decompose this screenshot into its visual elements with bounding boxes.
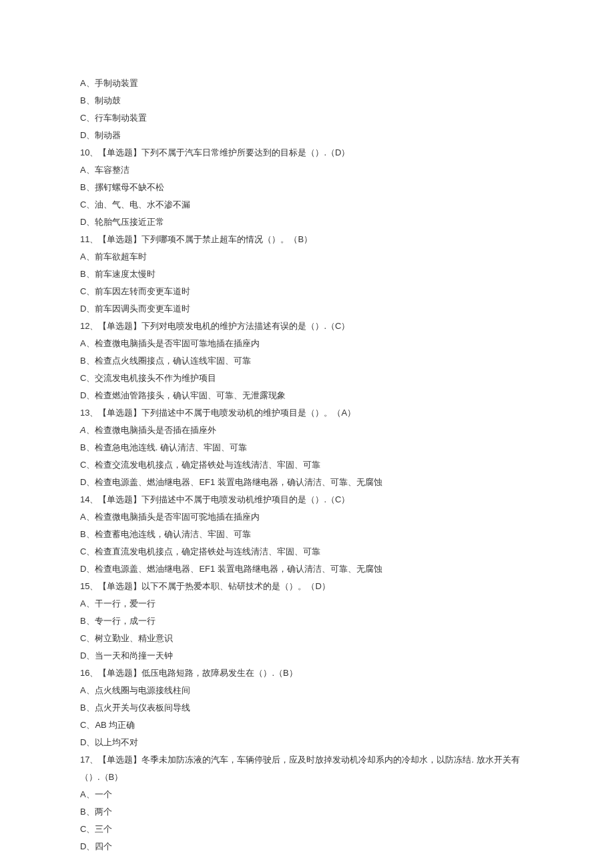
- document-line: C、检查直流发电机接点，确定搭铁处与连线清洁、牢固、可靠: [80, 543, 534, 560]
- document-line: D、以上均不对: [80, 734, 534, 751]
- document-line: A、车容整洁: [80, 161, 534, 179]
- document-line: A、一个: [80, 786, 534, 803]
- document-line: D、四个: [80, 838, 534, 855]
- document-line: C、三个: [80, 821, 534, 838]
- document-line: A、检查微电脑插头是否牢固可靠地插在插座内: [80, 335, 534, 352]
- line-text: 检查微电脑插头是否插在插座外: [95, 425, 216, 435]
- document-line: 12、【单选题】下列对电喷发电机的维护方法描述有误的是（）.（C）: [80, 318, 534, 335]
- document-line: D、检查燃油管路接头，确认牢固、可靠、无泄露现象: [80, 387, 534, 404]
- document-line: C、树立勤业、精业意识: [80, 630, 534, 647]
- document-line: B、两个: [80, 803, 534, 821]
- document-line: 13、【单选题】下列描述中不属于电喷发动机的维护项目是（）。（A）: [80, 404, 534, 422]
- document-line: D、检查电源盖、燃油继电器、EF1 装置电路继电器，确认清洁、可靠、无腐蚀: [80, 560, 534, 578]
- document-line: C、交流发电机接头不作为维护项目: [80, 370, 534, 387]
- document-line: D、前车因调头而变更车道时: [80, 300, 534, 318]
- document-line: 16、【单选题】低压电路短路，故障易发生在（）.（B）: [80, 665, 534, 682]
- document-line: A、检查微电脑插头是否牢固可驼地插在插座内: [80, 508, 534, 526]
- document-line: A、检查微电脑插头是否插在插座外: [80, 422, 534, 439]
- document-line: D、当一天和尚撞一天钟: [80, 647, 534, 665]
- document-line: A、点火线圈与电源接线柱间: [80, 682, 534, 699]
- document-line: B、点火开关与仪表板间导线: [80, 699, 534, 717]
- document-line: 11、【单选题】下列哪项不属于禁止超车的情况（）。（B）: [80, 231, 534, 248]
- document-line: C、行车制动装置: [80, 109, 534, 127]
- document-line: B、专一行，成一行: [80, 612, 534, 630]
- italic-prefix: A、: [80, 425, 95, 435]
- document-line: 10、【单选题】下列不属于汽车日常维护所要达到的目标是（）.（D）: [80, 144, 534, 161]
- document-line: B、前车速度太慢时: [80, 266, 534, 283]
- document-line: B、检查点火线圈接点，确认连线牢固、可靠: [80, 352, 534, 370]
- document-line: C、AB 均正确: [80, 717, 534, 734]
- document-line: C、前车因左转而变更车道时: [80, 283, 534, 300]
- document-line: B、检查蓄电池连线，确认清洁、牢固、可靠: [80, 526, 534, 543]
- document-line: D、制动器: [80, 127, 534, 144]
- document-line: A、干一行，爱一行: [80, 595, 534, 612]
- document-line: C、油、气、电、水不渗不漏: [80, 196, 534, 213]
- document-line: 15、【单选题】以下不属于热爱本职、钻研技术的是（）。（D）: [80, 578, 534, 595]
- document-line: A、前车欲超车时: [80, 248, 534, 266]
- document-line: D、检查电源盖、燃油继电器、EF1 装置电路继电器，确认清洁、可靠、无腐蚀: [80, 474, 534, 491]
- document-line: B、摞钉螺母不缺不松: [80, 179, 534, 196]
- document-line: C、检查交流发电机接点，确定搭铁处与连线清洁、牢固、可靠: [80, 456, 534, 474]
- document-line: A、手制动装置: [80, 75, 534, 92]
- document-line: 14、【单选题】下列描述中不属于电喷发动机维护项目的是（）.（C）: [80, 491, 534, 508]
- document-line: B、制动鼓: [80, 92, 534, 109]
- document-line: 17、【单选题】冬季未加防冻液的汽车，车辆停驶后，应及时放掉发动机冷却系内的冷却…: [80, 751, 534, 786]
- document-line: B、检查急电池连线. 确认清洁、牢固、可靠: [80, 439, 534, 456]
- document-line: D、轮胎气压接近正常: [80, 213, 534, 231]
